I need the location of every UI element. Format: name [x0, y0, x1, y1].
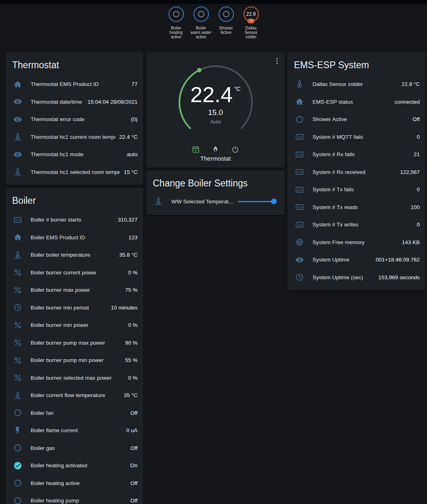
- percent-icon: [13, 356, 23, 365]
- boiler-entity-list: 123Boiler # burner starts310,327Boiler E…: [6, 211, 143, 504]
- more-options-icon[interactable]: [273, 56, 281, 67]
- entity-row[interactable]: System Uptime (sec)153,969 seconds: [287, 269, 425, 287]
- entity-row[interactable]: Dallas Sensor zolder22.9 °C: [287, 75, 425, 93]
- entity-value: 123: [124, 234, 137, 240]
- entity-label: Boiler boiler temperature: [31, 252, 90, 258]
- entity-row[interactable]: 123System # Tx fails0: [287, 181, 425, 199]
- entity-row[interactable]: Boiler flame current0 uA: [6, 422, 143, 439]
- entity-row[interactable]: Thermostat EMS Product ID77: [6, 75, 143, 93]
- entity-value: Off: [126, 498, 137, 504]
- badge[interactable]: 22.9°CDallas Sensor zolder: [241, 6, 262, 39]
- percent-icon: [13, 286, 23, 295]
- entity-row[interactable]: Boiler boiler temperature35.8 °C: [6, 246, 143, 264]
- top-bar: [0, 0, 427, 4]
- svg-text:123: 123: [297, 223, 302, 227]
- home-icon: [13, 80, 23, 89]
- entity-row[interactable]: Boiler fanOff: [6, 404, 143, 422]
- entity-row[interactable]: Boiler burner max power75 %: [6, 281, 143, 299]
- circle-outline-icon: [221, 10, 231, 18]
- entity-value: 0: [412, 222, 420, 228]
- entity-row[interactable]: Boiler heating activatedOn: [6, 457, 143, 475]
- entity-row[interactable]: Boiler EMS Product ID123: [6, 229, 143, 247]
- hvac-mode-buttons: [146, 145, 285, 155]
- badge[interactable]: Boiler warm water active: [191, 6, 212, 39]
- eye-icon: [13, 97, 23, 106]
- entity-value: 22.4 °C: [115, 134, 137, 140]
- entity-label: Boiler fan: [31, 410, 54, 416]
- eye-icon: [13, 150, 23, 159]
- entity-value: 10 minutes: [107, 305, 137, 311]
- ww-temperature-slider[interactable]: [238, 199, 277, 204]
- entity-row[interactable]: 123System # Rx fails21: [287, 146, 425, 163]
- ww-temperature-row[interactable]: WW Selected Temperat...: [146, 194, 285, 208]
- entity-row[interactable]: Boiler gasOff: [6, 439, 143, 457]
- counter-icon: 123: [295, 150, 304, 159]
- entity-label: Thermostat hc1 selected room temper...: [31, 169, 120, 175]
- entity-row[interactable]: EMS-ESP statusconnected: [287, 93, 425, 111]
- circle-outline-icon: [13, 408, 23, 417]
- entity-row[interactable]: Boiler heating activeOff: [6, 475, 143, 492]
- entity-row[interactable]: Boiler burner min power0 %: [6, 316, 143, 334]
- thermostat-dial[interactable]: 22.4°C 15.0 Auto: [175, 62, 256, 143]
- badge-value: 22.9: [246, 11, 256, 17]
- boiler-card: Boiler 123Boiler # burner starts310,327B…: [6, 188, 143, 504]
- entity-row[interactable]: Thermostat hc1 modeauto: [6, 146, 143, 163]
- dial-readout: 22.4°C 15.0 Auto: [175, 62, 256, 143]
- entity-row[interactable]: Boiler current flow temperature35 °C: [6, 387, 143, 404]
- entity-label: Boiler burner selected max power: [31, 375, 112, 381]
- slider-label: WW Selected Temperat...: [171, 199, 233, 205]
- badge[interactable]: Shower Active: [216, 6, 237, 39]
- entity-row[interactable]: Thermostat error code(0): [6, 111, 143, 128]
- entity-row[interactable]: Boiler burner pump min power55 %: [6, 351, 143, 369]
- svg-text:123: 123: [297, 205, 302, 209]
- entity-row[interactable]: 123System # Tx writes0: [287, 216, 425, 234]
- entity-row[interactable]: 123Boiler # burner starts310,327: [6, 211, 143, 229]
- badge-circle: [219, 6, 234, 22]
- temperature-unit: °C: [234, 86, 241, 92]
- system-card: EMS-ESP System Dallas Sensor zolder22.9 …: [287, 52, 425, 290]
- entity-value: 100: [406, 204, 420, 210]
- thermostat-card: Thermostat Thermostat EMS Product ID77Th…: [6, 52, 143, 185]
- fire-icon[interactable]: [211, 145, 220, 155]
- badge[interactable]: Boiler heating active: [166, 6, 187, 39]
- entity-row[interactable]: Thermostat hc1 selected room temper...15…: [6, 163, 143, 181]
- svg-text:123: 123: [297, 188, 302, 192]
- power-icon[interactable]: [231, 145, 240, 155]
- entity-row[interactable]: System Uptime001+18:46:09.762: [287, 251, 425, 269]
- counter-icon: 123: [13, 215, 23, 224]
- entity-row[interactable]: Boiler heating pumpOff: [6, 492, 143, 504]
- entity-row[interactable]: 123System # MQTT fails0: [287, 128, 425, 146]
- entity-label: Thermostat hc1 mode: [31, 151, 83, 157]
- entity-row[interactable]: 123System # Tx reads100: [287, 199, 425, 216]
- entity-row[interactable]: Boiler burner selected max power0 %: [6, 369, 143, 387]
- entity-label: Dallas Sensor zolder: [312, 81, 363, 87]
- water-thermometer-icon: [13, 251, 23, 259]
- thermometer-icon: [295, 80, 304, 89]
- dashboard-grid: Thermostat Thermostat EMS Product ID77Th…: [0, 52, 427, 504]
- eye-icon: [295, 255, 304, 264]
- entity-row[interactable]: Boiler burner min period10 minutes: [6, 299, 143, 317]
- entity-value: 0 %: [124, 270, 137, 276]
- boiler-card-title: Boiler: [6, 188, 143, 211]
- entity-label: Thermostat hc1 current room temper...: [31, 134, 115, 140]
- entity-row[interactable]: Boiler burner current power0 %: [6, 264, 143, 282]
- entity-row[interactable]: 123System # Rx received122,567: [287, 163, 425, 181]
- entity-row[interactable]: Thermostat date/time15:04:04 28/08/2021: [6, 93, 143, 111]
- counter-icon: 123: [295, 220, 304, 229]
- entity-row[interactable]: Shower ActiveOff: [287, 111, 425, 128]
- svg-text:123: 123: [15, 218, 20, 222]
- badge-circle: [169, 6, 184, 22]
- entity-row[interactable]: System Free memory143 KB: [287, 234, 425, 251]
- percent-icon: [13, 338, 23, 347]
- slider-knob[interactable]: [271, 199, 277, 204]
- entity-row[interactable]: Boiler burner pump max power90 %: [6, 334, 143, 352]
- circle-outline-icon: [295, 115, 304, 124]
- entity-value: 0 %: [124, 322, 137, 328]
- clock-icon: [295, 273, 304, 282]
- entity-value: 310,327: [114, 217, 137, 223]
- entity-label: Shower Active: [312, 116, 347, 122]
- entity-row[interactable]: Thermostat hc1 current room temper...22.…: [6, 128, 143, 146]
- calendar-check-icon[interactable]: [192, 145, 200, 155]
- counter-icon: 123: [295, 132, 304, 141]
- entity-label: Boiler burner pump max power: [31, 340, 105, 346]
